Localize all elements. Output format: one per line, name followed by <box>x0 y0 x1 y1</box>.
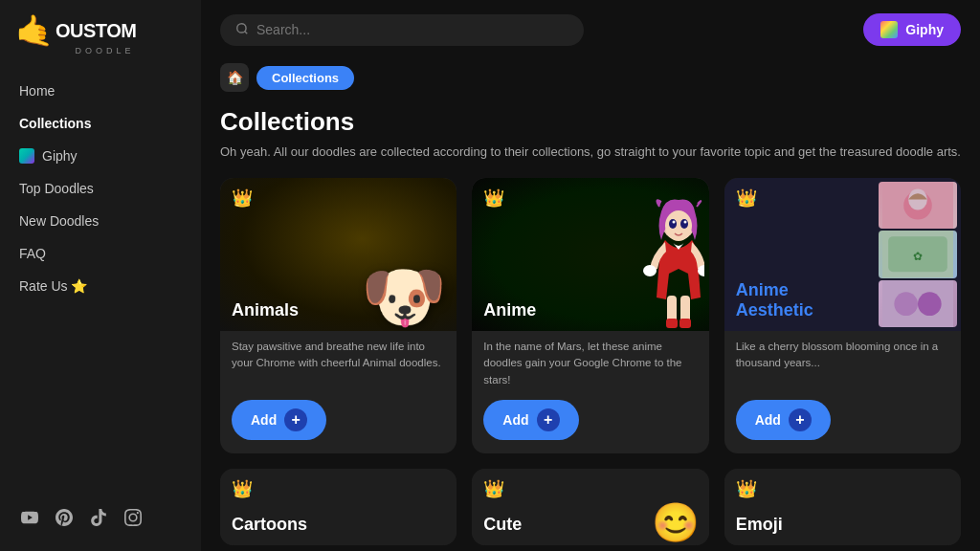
sidebar-item-rate-us[interactable]: Rate Us ⭐ <box>0 270 201 302</box>
svg-point-21 <box>894 292 918 316</box>
card-footer-anime: Add + <box>472 400 708 453</box>
aesthetic-img-3 <box>879 280 957 327</box>
card-desc-anime: In the name of Mars, let these anime doo… <box>472 331 708 400</box>
card-title-anime: Anime <box>483 300 536 321</box>
page-description: Oh yeah. All our doodles are collected a… <box>220 144 961 159</box>
giphy-button[interactable]: Giphy <box>863 13 961 46</box>
card-footer-anime-aesthetic: Add + <box>724 400 961 453</box>
sidebar-item-label: Collections <box>19 116 91 131</box>
home-icon: 🏠 <box>227 70 243 85</box>
sidebar-item-giphy[interactable]: Giphy <box>0 140 201 172</box>
add-label-animals: Add <box>251 412 277 428</box>
search-icon <box>235 22 249 38</box>
card-title-animals: Animals <box>232 300 299 321</box>
search-bar[interactable] <box>220 14 584 46</box>
logo-area: 🤙 OUSTOM DOODLE <box>0 15 201 75</box>
sidebar-item-label: FAQ <box>19 246 46 261</box>
svg-point-0 <box>237 23 246 32</box>
add-button-anime-aesthetic[interactable]: Add + <box>736 400 831 440</box>
svg-text:✿: ✿ <box>913 250 923 263</box>
add-button-animals[interactable]: Add + <box>232 400 326 440</box>
add-label-anime-aesthetic: Add <box>755 412 781 428</box>
svg-point-22 <box>918 292 942 316</box>
breadcrumb-current[interactable]: Collections <box>256 66 354 90</box>
sidebar-item-collections[interactable]: Collections <box>0 107 201 140</box>
collection-card-anime[interactable]: 👑 Anime <box>472 178 708 453</box>
add-plus-icon-animals: + <box>284 408 307 431</box>
card-title-emoji: Emoji <box>736 515 783 536</box>
giphy-icon <box>19 148 34 164</box>
svg-point-12 <box>643 265 657 276</box>
crown-icon-anime: 👑 <box>483 187 504 209</box>
card-desc-animals: Stay pawsitive and breathe new life into… <box>220 331 457 400</box>
svg-rect-11 <box>679 319 691 328</box>
card-desc-anime-aesthetic: Like a cherry blossom blooming once in a… <box>724 331 961 400</box>
animals-character: 🐶 <box>361 262 447 331</box>
pinterest-icon[interactable] <box>54 507 75 528</box>
card-footer-animals: Add + <box>220 400 457 453</box>
social-icons <box>0 499 201 536</box>
search-input[interactable] <box>256 22 568 37</box>
crown-icon-animals: 👑 <box>232 187 253 209</box>
card-title-cartoons: Cartoons <box>232 515 307 536</box>
add-label-anime: Add <box>502 412 528 428</box>
card-image-emoji: 👑 Emoji <box>724 469 961 545</box>
add-button-anime[interactable]: Add + <box>483 400 578 440</box>
collection-card-emoji[interactable]: 👑 Emoji <box>724 469 961 545</box>
breadcrumb: 🏠 Collections <box>201 59 980 103</box>
page-title: Collections <box>220 107 961 137</box>
card-title-cute: Cute <box>483 515 522 536</box>
content-area: Collections Oh yeah. All our doodles are… <box>201 103 980 551</box>
sidebar-item-label: Home <box>19 83 55 99</box>
card-image-cartoons: 👑 Cartoons <box>220 469 457 545</box>
svg-point-7 <box>683 221 686 224</box>
add-plus-icon-anime-aesthetic: + <box>789 408 812 431</box>
main-content: Giphy 🏠 Collections Collections Oh yeah.… <box>201 0 980 551</box>
giphy-button-icon <box>880 21 898 38</box>
collection-card-anime-aesthetic[interactable]: 👑 AnimeAesthetic <box>724 178 961 453</box>
sidebar: 🤙 OUSTOM DOODLE Home Collections Giphy T… <box>0 0 201 551</box>
collections-grid: 👑 Animals 🐶 Stay pawsitive and breathe n… <box>220 178 961 551</box>
sidebar-item-top-doodles[interactable]: Top Doodles <box>0 172 201 205</box>
crown-icon-cute: 👑 <box>483 478 504 499</box>
sidebar-item-faq[interactable]: FAQ <box>0 237 201 270</box>
crown-icon-cartoons: 👑 <box>232 478 253 499</box>
sidebar-item-new-doodles[interactable]: New Doodles <box>0 205 201 237</box>
collection-card-cartoons[interactable]: 👑 Cartoons <box>220 469 457 545</box>
logo-top: 🤙 OUSTOM <box>15 15 136 46</box>
instagram-icon[interactable] <box>122 507 144 528</box>
svg-point-6 <box>672 221 675 224</box>
svg-point-5 <box>680 219 688 229</box>
sidebar-item-home[interactable]: Home <box>0 75 201 107</box>
card-image-anime: 👑 Anime <box>472 178 708 331</box>
sidebar-item-label: Top Doodles <box>19 181 94 196</box>
svg-point-3 <box>665 210 692 241</box>
svg-point-4 <box>669 219 677 229</box>
card-image-animals: 👑 Animals 🐶 <box>220 178 457 331</box>
sidebar-item-label: Giphy <box>42 148 78 164</box>
collection-card-cute[interactable]: 👑 Cute 😊 <box>472 469 708 545</box>
hand-icon: 🤙 <box>15 15 54 46</box>
collection-card-animals[interactable]: 👑 Animals 🐶 Stay pawsitive and breathe n… <box>220 178 457 453</box>
giphy-button-label: Giphy <box>905 22 944 37</box>
logo-wrapper: 🤙 OUSTOM DOODLE <box>15 15 136 55</box>
svg-rect-10 <box>666 319 678 328</box>
anime-character <box>613 192 704 331</box>
logo-brand: OUSTOM <box>56 20 136 42</box>
crown-icon-emoji: 👑 <box>736 478 757 499</box>
sidebar-item-label: Rate Us ⭐ <box>19 278 87 294</box>
topbar: Giphy <box>201 0 980 59</box>
add-plus-icon-anime: + <box>537 408 560 431</box>
svg-line-1 <box>245 31 248 33</box>
breadcrumb-home[interactable]: 🏠 <box>220 63 249 92</box>
sidebar-item-label: New Doodles <box>19 213 99 229</box>
cute-character: 😊 <box>652 500 700 545</box>
aesthetic-img-2: ✿ <box>879 231 957 277</box>
youtube-icon[interactable] <box>19 507 40 528</box>
card-title-anime-aesthetic: AnimeAesthetic <box>736 280 813 321</box>
aesthetic-img-1 <box>879 182 957 229</box>
crown-icon-anime-aesthetic: 👑 <box>736 187 757 209</box>
tiktok-icon[interactable] <box>88 507 109 528</box>
card-image-cute: 👑 Cute 😊 <box>472 469 708 545</box>
logo-subtitle: DOODLE <box>15 46 136 55</box>
